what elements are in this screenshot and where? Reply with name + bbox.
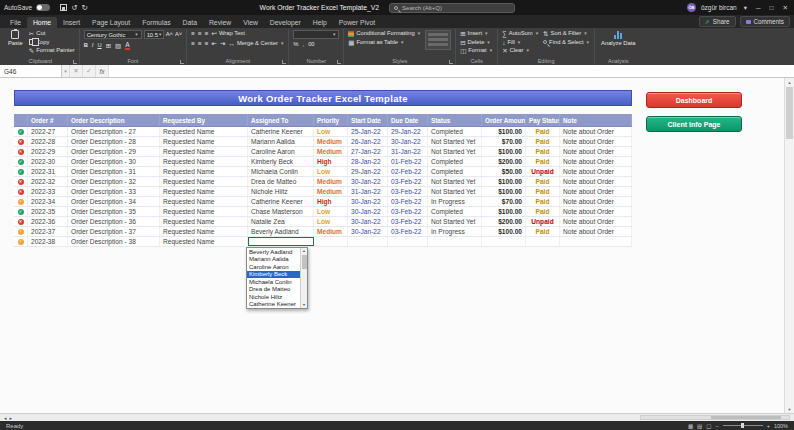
cell-due-date[interactable]: 01-Feb-22: [388, 157, 428, 166]
row-status-icon-cell[interactable]: ✓: [14, 207, 28, 216]
cell-due-date[interactable]: 31-Jan-22: [388, 147, 428, 156]
cell-priority[interactable]: High: [314, 157, 348, 166]
tab-insert[interactable]: Insert: [57, 17, 86, 28]
cell-assigned-to[interactable]: Kimberly Beck: [248, 157, 314, 166]
cell-order-number[interactable]: 2022-27: [28, 127, 68, 136]
cell-start-date[interactable]: 25-Jan-22: [348, 127, 388, 136]
grow-font-icon[interactable]: A˄: [166, 30, 173, 39]
sheet-nav-left-icon[interactable]: ◂: [4, 415, 7, 421]
row-status-icon-cell[interactable]: ✕: [14, 177, 28, 186]
dropdown-option[interactable]: Catherine Keener: [247, 301, 300, 309]
cell-start-date[interactable]: 27-Jan-22: [348, 147, 388, 156]
cell-due-date[interactable]: 03-Feb-22: [388, 227, 428, 236]
borders-icon[interactable]: ⊞: [106, 42, 111, 50]
dropdown-option[interactable]: Caroline Aaron: [247, 263, 300, 271]
save-icon[interactable]: [60, 4, 67, 11]
dialog-launcher-icon[interactable]: [180, 60, 184, 64]
zoom-out-icon[interactable]: −: [715, 423, 718, 429]
cell-order-number[interactable]: 2022-32: [28, 177, 68, 186]
name-box[interactable]: G46: [0, 65, 62, 77]
cell-assigned-to[interactable]: ▼: [248, 237, 314, 246]
column-header-order-amount[interactable]: Order Amount: [482, 114, 526, 126]
share-button[interactable]: ⇗ Share: [699, 16, 736, 27]
cell-priority[interactable]: Low: [314, 127, 348, 136]
cell-note[interactable]: Note about Order: [560, 217, 632, 226]
cell-styles-gallery[interactable]: [425, 30, 451, 50]
cell-due-date[interactable]: 03-Feb-22: [388, 217, 428, 226]
italic-button[interactable]: I: [92, 42, 94, 50]
align-bottom-icon[interactable]: ≡: [205, 30, 209, 37]
cell-due-date[interactable]: 03-Feb-22: [388, 177, 428, 186]
dialog-launcher-icon[interactable]: [282, 60, 286, 64]
cell-requested-by[interactable]: Requested Name: [160, 207, 248, 216]
cell-due-date[interactable]: 03-Feb-22: [388, 197, 428, 206]
cell-note[interactable]: Note about Order: [560, 207, 632, 216]
cell-order-description[interactable]: Order Description - 34: [68, 197, 160, 206]
cell-assigned-to[interactable]: Michaela Conlin: [248, 167, 314, 176]
font-size-select[interactable]: 10.5▼: [144, 30, 164, 39]
cell-order-description[interactable]: Order Description - 31: [68, 167, 160, 176]
scroll-thumb[interactable]: [786, 87, 793, 139]
cell-start-date[interactable]: 28-Jan-22: [348, 157, 388, 166]
cell-start-date[interactable]: 29-Jan-22: [348, 167, 388, 176]
fill-color-icon[interactable]: ▨: [115, 42, 121, 50]
cell-order-amount[interactable]: $200.00: [482, 217, 526, 226]
cell-pay-status[interactable]: Unpaid: [526, 167, 560, 176]
cell-requested-by[interactable]: Requested Name: [160, 137, 248, 146]
column-header-order-[interactable]: Order #: [28, 114, 68, 126]
row-status-icon-cell[interactable]: ✓: [14, 127, 28, 136]
decrease-indent-icon[interactable]: ⇤: [212, 40, 217, 48]
cell-order-amount[interactable]: $100.00: [482, 127, 526, 136]
cell-priority[interactable]: Medium: [314, 227, 348, 236]
client-info-page-button[interactable]: Client Info Page: [646, 116, 742, 132]
cell-order-description[interactable]: Order Description - 28: [68, 137, 160, 146]
row-status-icon-cell[interactable]: ✕: [14, 217, 28, 226]
column-header-assigned-to[interactable]: Assigned To: [248, 114, 314, 126]
align-top-icon[interactable]: ≡: [191, 30, 195, 37]
cell-order-number[interactable]: 2022-33: [28, 187, 68, 196]
tab-page-layout[interactable]: Page Layout: [86, 17, 136, 28]
cell-status[interactable]: In Progress: [428, 227, 482, 236]
cell-note[interactable]: Note about Order: [560, 187, 632, 196]
cell-order-description[interactable]: Order Description - 38: [68, 237, 160, 246]
align-center-icon[interactable]: ≡: [198, 40, 202, 47]
column-header-status[interactable]: Status: [428, 114, 482, 126]
dropdown-option[interactable]: Michaela Conlin: [247, 278, 300, 286]
cell-order-amount[interactable]: $70.00: [482, 197, 526, 206]
cell-note[interactable]: Note about Order: [560, 127, 632, 136]
comments-button[interactable]: Comments: [740, 16, 790, 27]
tab-power-pivot[interactable]: Power Pivot: [333, 17, 381, 28]
dropdown-option[interactable]: Mariann Aalida: [247, 256, 300, 264]
dialog-launcher-icon[interactable]: [73, 60, 77, 64]
analyze-data-button[interactable]: Analyze Data: [599, 30, 637, 46]
row-status-icon-cell[interactable]: !: [14, 227, 28, 236]
cell-order-number[interactable]: 2022-37: [28, 227, 68, 236]
zoom-in-icon[interactable]: +: [767, 423, 770, 429]
decimal-icon[interactable]: 00: [308, 41, 314, 49]
minimize-button[interactable]: ─: [754, 4, 763, 11]
cell-status[interactable]: In Progress: [428, 197, 482, 206]
cell-order-amount[interactable]: $100.00: [482, 177, 526, 186]
row-status-icon-cell[interactable]: ✓: [14, 157, 28, 166]
paste-button[interactable]: Paste: [6, 30, 25, 46]
shrink-font-icon[interactable]: A˅: [175, 30, 182, 39]
font-color-icon[interactable]: A: [125, 41, 129, 50]
cell-priority[interactable]: Medium: [314, 137, 348, 146]
cell-priority[interactable]: Medium: [314, 177, 348, 186]
tab-data[interactable]: Data: [177, 17, 203, 28]
zoom-slider[interactable]: [723, 425, 763, 426]
row-status-icon-cell[interactable]: ✕: [14, 147, 28, 156]
page-break-view-icon[interactable]: ▢: [706, 423, 711, 429]
cell-status[interactable]: Completed: [428, 207, 482, 216]
cell-start-date[interactable]: 30-Jan-22: [348, 177, 388, 186]
scroll-up-icon[interactable]: ▲: [302, 248, 305, 254]
cell-due-date[interactable]: 02-Feb-22: [388, 167, 428, 176]
font-family-select[interactable]: Century Gothic▼: [84, 30, 142, 39]
cell-order-description[interactable]: Order Description - 37: [68, 227, 160, 236]
cell-note[interactable]: Note about Order: [560, 177, 632, 186]
cut-button[interactable]: ✂Cut: [29, 30, 75, 38]
row-status-icon-cell[interactable]: ✕: [14, 187, 28, 196]
cell-order-amount[interactable]: $100.00: [482, 147, 526, 156]
cell-status[interactable]: [428, 237, 482, 246]
cell-status[interactable]: Not Started Yet: [428, 187, 482, 196]
